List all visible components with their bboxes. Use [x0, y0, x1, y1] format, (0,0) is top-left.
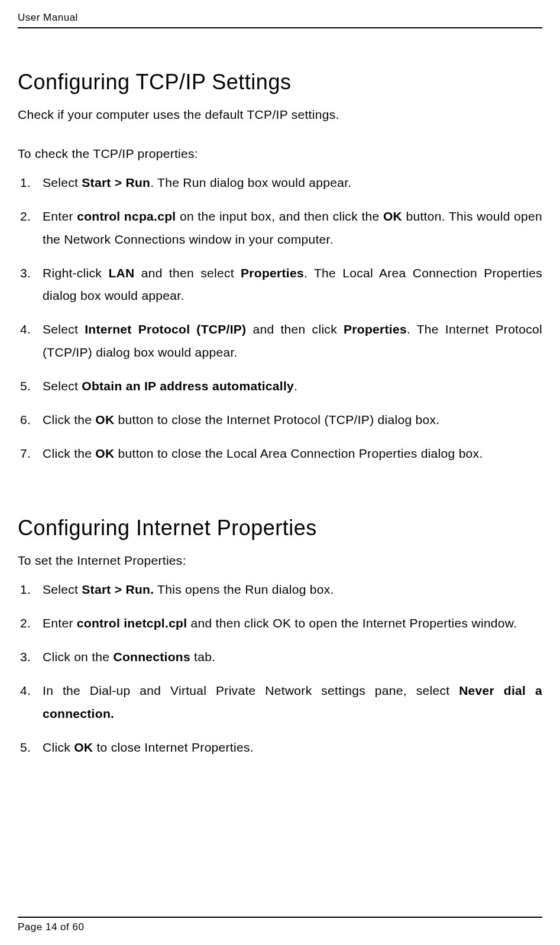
list-item: Select Start > Run. This opens the Run d… [43, 578, 542, 601]
list-item: Enter control ncpa.cpl on the input box,… [43, 205, 542, 251]
list-item: Click the OK button to close the Interne… [43, 409, 542, 432]
section-subheading: To set the Internet Properties: [18, 554, 542, 568]
steps-list-tcpip: Select Start > Run. The Run dialog box w… [18, 171, 542, 465]
section-subheading: To check the TCP/IP properties: [18, 147, 542, 161]
list-item: Enter control inetcpl.cpl and then click… [43, 612, 542, 635]
list-item: Click on the Connections tab. [43, 646, 542, 669]
page-number: Page 14 of 60 [18, 921, 542, 933]
list-item: Right-click LAN and then select Properti… [43, 262, 542, 308]
list-item: In the Dial-up and Virtual Private Netwo… [43, 679, 542, 726]
list-item: Click OK to close Internet Properties. [43, 736, 542, 759]
section-heading-internet-props: Configuring Internet Properties [18, 516, 542, 541]
list-item: Select Internet Protocol (TCP/IP) and th… [43, 318, 542, 364]
list-item: Select Obtain an IP address automaticall… [43, 375, 542, 398]
list-item: Select Start > Run. The Run dialog box w… [43, 171, 542, 195]
steps-list-internet-props: Select Start > Run. This opens the Run d… [18, 578, 542, 759]
header-title: User Manual [18, 12, 542, 24]
section-heading-tcpip: Configuring TCP/IP Settings [18, 70, 542, 95]
page-footer: Page 14 of 60 [18, 917, 542, 933]
section-intro: Check if your computer uses the default … [18, 108, 542, 122]
page-header: User Manual [18, 12, 542, 28]
list-item: Click the OK button to close the Local A… [43, 442, 542, 465]
